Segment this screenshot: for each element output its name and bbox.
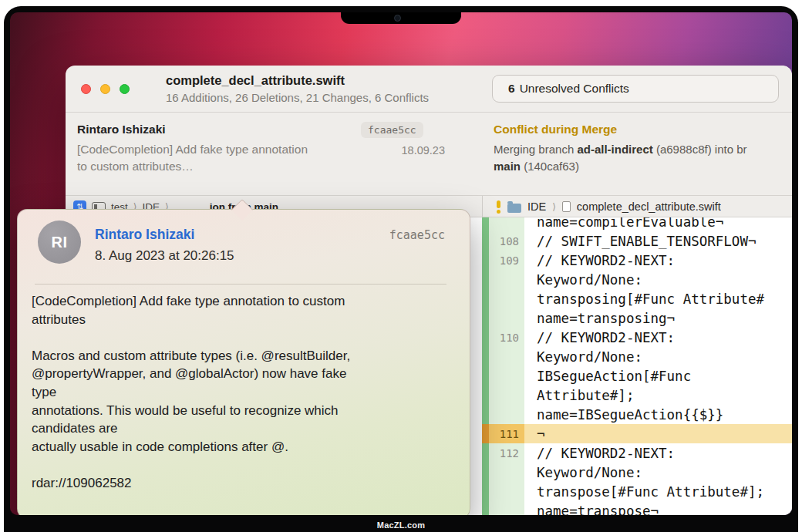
popover-divider xyxy=(35,284,446,285)
close-button[interactable] xyxy=(81,84,91,94)
message-line: annotations. This would be useful to rec… xyxy=(32,403,463,422)
right-code-pane[interactable]: name=compilerEvaluable¬ 108 // SWIFT_ENA… xyxy=(482,217,792,515)
window-subtitle: 16 Additions, 26 Deletions, 21 Changes, … xyxy=(166,91,429,104)
merge-description-line1: Merging branch ad-all-indirect (a6988c8f… xyxy=(494,143,790,156)
code-text[interactable]: // KEYWORD2-NEXT: xyxy=(524,330,675,345)
commit-message-line1: [CodeCompletion] Add fake type annotatio… xyxy=(77,143,308,157)
chevron-separator-icon: ⟩ xyxy=(552,201,556,212)
conflict-code-line[interactable]: 111 ¬ xyxy=(482,424,792,443)
code-line[interactable]: name=transpose¬ xyxy=(482,501,792,515)
code-text[interactable]: ¬ xyxy=(524,426,545,442)
code-text[interactable]: Keyword/None: xyxy=(524,465,642,480)
window-controls xyxy=(81,84,130,94)
code-line[interactable]: IBSegueAction[#Func xyxy=(482,366,792,386)
unresolved-conflicts-control[interactable]: 6 Unresolved Conflicts xyxy=(492,75,779,103)
message-line xyxy=(32,330,463,348)
commit-date: 18.09.23 xyxy=(359,144,445,157)
popover-commit-hash: fcaae5cc xyxy=(389,228,445,242)
message-line: candidates are xyxy=(32,421,463,439)
code-line[interactable]: 112 // KEYWORD2-NEXT: xyxy=(482,443,792,463)
code-text[interactable]: name=IBSegueAction{{$}} xyxy=(524,407,723,423)
code-text[interactable]: name=transposing¬ xyxy=(524,311,675,326)
message-line: rdar://109062582 xyxy=(32,476,463,494)
merge-target-branch: main xyxy=(494,160,521,173)
message-line: actually usable in code completions afte… xyxy=(32,439,463,458)
screen-wallpaper: complete_decl_attribute.swift 16 Additio… xyxy=(10,12,792,515)
merge-description-line2: main (140caf63) xyxy=(494,160,579,173)
code-line[interactable]: Keyword/None: xyxy=(482,463,792,482)
message-line: @propertyWrapper, and @globalActor) now … xyxy=(32,366,463,385)
unresolved-label: Unresolved Conflicts xyxy=(520,82,629,96)
code-text[interactable]: Keyword/None: xyxy=(524,349,642,365)
popover-commit-date: 8. Aug 2023 at 20:26:15 xyxy=(95,248,234,264)
message-line: Macros and custom attribute types (i.e. … xyxy=(32,348,463,367)
code-line[interactable]: transpose[#Func Attribute#]; xyxy=(482,482,792,501)
line-number: 111 xyxy=(482,424,524,443)
code-text[interactable]: // KEYWORD2-NEXT: xyxy=(524,446,675,461)
titlebar-divider xyxy=(66,112,792,113)
minimize-button[interactable] xyxy=(100,84,110,94)
breadcrumb-file[interactable]: complete_decl_attribute.swift xyxy=(577,200,721,213)
breadcrumb-folder-ide[interactable]: IDE xyxy=(527,200,546,213)
code-line[interactable]: name=transposing¬ xyxy=(482,308,792,328)
line-number: 108 xyxy=(482,235,524,247)
merge-status-heading: Conflict during Merge xyxy=(494,123,617,136)
code-line[interactable]: 109 // KEYWORD2-NEXT: xyxy=(482,251,792,270)
commit-hash-badge[interactable]: fcaae5cc xyxy=(361,122,423,138)
line-number: 112 xyxy=(482,447,524,460)
code-line[interactable]: Keyword/None: xyxy=(482,347,792,366)
code-text[interactable]: // SWIFT_ENABLE_TENSORFLOW¬ xyxy=(524,234,756,249)
code-line[interactable]: name=compilerEvaluable¬ xyxy=(482,217,792,231)
line-number: 109 xyxy=(482,254,524,267)
avatar: RI xyxy=(38,221,81,264)
code-line[interactable]: name=IBSegueAction{{$}} xyxy=(482,405,792,424)
message-line: [CodeCompletion] Add fake type annotatio… xyxy=(32,294,463,312)
folder-icon xyxy=(507,204,521,213)
code-text[interactable]: Keyword/None: xyxy=(524,272,642,288)
message-line: type xyxy=(32,385,463,403)
message-line xyxy=(32,457,463,476)
code-line[interactable]: 110 // KEYWORD2-NEXT: xyxy=(482,328,792,347)
watermark: MacZL.com xyxy=(0,520,802,530)
code-line[interactable]: Keyword/None: xyxy=(482,270,792,289)
code-text[interactable]: transpose[#Func Attribute#]; xyxy=(524,484,764,500)
code-rows: name=compilerEvaluable¬ 108 // SWIFT_ENA… xyxy=(482,217,792,515)
code-line[interactable]: transposing[#Func Attribute# xyxy=(482,289,792,308)
notch xyxy=(341,12,461,24)
merge-prefix: Merging branch xyxy=(494,143,577,156)
breadcrumb-right: IDE ⟩ complete_decl_attribute.swift xyxy=(483,196,792,217)
code-text[interactable]: transposing[#Func Attribute# xyxy=(524,291,764,307)
code-line[interactable]: Attribute#]; xyxy=(482,386,792,405)
commit-popover: RI Rintaro Ishizaki fcaae5cc 8. Aug 2023… xyxy=(17,209,470,515)
window-title: complete_decl_attribute.swift xyxy=(166,73,429,88)
merge-suffix: (a6988c8f) into br xyxy=(653,143,747,156)
merge-source-branch: ad-all-indirect xyxy=(577,143,652,156)
code-text[interactable]: Attribute#]; xyxy=(524,388,634,403)
code-text[interactable]: name=transpose¬ xyxy=(524,503,659,516)
document-icon xyxy=(562,201,571,212)
message-line: attributes xyxy=(32,312,463,331)
unresolved-count: 6 xyxy=(508,82,515,96)
title-block: complete_decl_attribute.swift 16 Additio… xyxy=(166,73,429,104)
code-text[interactable]: name=compilerEvaluable¬ xyxy=(524,217,723,230)
zoom-button[interactable] xyxy=(120,84,130,94)
commit-message-line2: to custom attributes… xyxy=(77,160,194,173)
conflict-indicator-icon xyxy=(495,200,501,214)
line-number: 110 xyxy=(482,332,524,344)
code-line[interactable]: 108 // SWIFT_ENABLE_TENSORFLOW¬ xyxy=(482,231,792,251)
code-text[interactable]: IBSegueAction[#Func xyxy=(524,369,691,384)
commit-message-body: [CodeCompletion] Add fake type annotatio… xyxy=(32,294,463,494)
popover-author-link[interactable]: Rintaro Ishizaki xyxy=(95,227,194,243)
merge-target-suffix: (140caf63) xyxy=(521,160,579,173)
camera-dot xyxy=(394,15,401,22)
code-text[interactable]: // KEYWORD2-NEXT: xyxy=(524,253,675,268)
commit-author: Rintaro Ishizaki xyxy=(77,123,166,136)
